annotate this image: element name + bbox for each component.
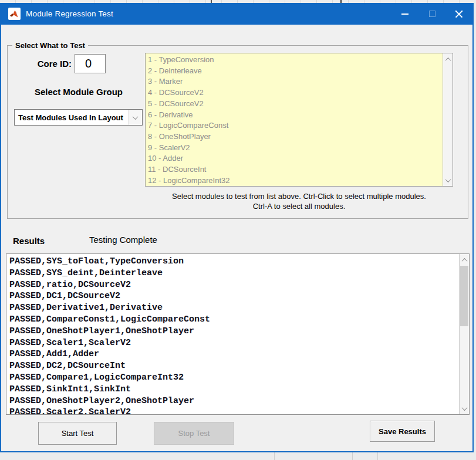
save-results-button[interactable]: Save Results (370, 421, 435, 442)
module-list-item[interactable]: 1 - TypeConversion (148, 55, 441, 66)
desktop-background-bottom (0, 452, 476, 460)
module-listbox[interactable]: 1 - TypeConversion2 - Deinterleave3 - Ma… (145, 53, 453, 187)
result-line[interactable]: PASSED,Derivative1,Derivative (9, 302, 457, 314)
desktop-line (352, 452, 353, 460)
screen: Module Regression Test Select What to Te… (0, 0, 476, 460)
module-group-dropdown[interactable]: Test Modules Used In Layout (14, 109, 143, 126)
results-scrollbar[interactable] (459, 254, 469, 414)
result-line[interactable]: PASSED,DC1,DCSourceV2 (9, 290, 457, 302)
scroll-up-icon[interactable] (443, 54, 453, 65)
desktop-line (377, 452, 378, 460)
module-list-item[interactable]: 6 - Derivative (148, 110, 441, 121)
result-line[interactable]: PASSED,Scaler1,ScalerV2 (9, 337, 457, 349)
module-list-scrollbar[interactable] (443, 53, 453, 186)
window-border-bottom (0, 451, 474, 452)
desktop-background-right (474, 0, 476, 460)
module-select-hint: Select modules to test from list above. … (145, 191, 453, 211)
window-border-right (472, 3, 474, 452)
groupbox-legend: Select What to Test (12, 41, 88, 50)
results-lines: PASSED,SYS_toFloat,TypeConversionPASSED,… (9, 256, 457, 415)
title-bar[interactable]: Module Regression Test (1, 3, 472, 25)
results-label: Results (13, 236, 45, 246)
scroll-down-icon[interactable] (460, 403, 469, 414)
scrollbar-thumb[interactable] (460, 266, 468, 326)
module-list-item[interactable]: 3 - Marker (148, 76, 441, 87)
minimize-icon (401, 13, 409, 15)
scroll-down-icon[interactable] (443, 175, 453, 185)
module-list-item[interactable]: 11 - DCSourceInt (148, 164, 441, 175)
module-list-item[interactable]: 4 - DCSourceV2 (148, 87, 441, 99)
maximize-button[interactable] (418, 3, 445, 25)
result-line[interactable]: PASSED,Scaler2,ScalerV2 (9, 407, 457, 415)
chevron-down-icon (133, 114, 139, 120)
result-line[interactable]: PASSED,OneShotPlayer1,OneShotPlayer (9, 326, 457, 337)
module-list-item[interactable]: 2 - Deinterleave (148, 66, 441, 77)
window-title: Module Regression Test (26, 9, 113, 18)
result-line[interactable]: PASSED,Compare1,LogicCompareInt32 (9, 372, 457, 384)
desktop-line (274, 452, 275, 460)
close-icon (455, 10, 463, 18)
result-line[interactable]: PASSED,SYS_toFloat,TypeConversion (9, 256, 457, 268)
scroll-up-icon[interactable] (460, 255, 469, 265)
results-status-text: Testing Complete (89, 235, 157, 245)
results-listbox[interactable]: PASSED,SYS_toFloat,TypeConversionPASSED,… (6, 253, 470, 415)
result-line[interactable]: PASSED,SYS_deint,Deinterleave (9, 268, 457, 279)
dropdown-arrow-zone[interactable] (128, 110, 142, 125)
core-id-input[interactable] (75, 54, 106, 73)
result-line[interactable]: PASSED,DC2,DCSourceInt (9, 360, 457, 372)
core-id-label: Core ID: (23, 59, 72, 69)
result-line[interactable]: PASSED,Add1,Adder (9, 349, 457, 360)
module-list-item[interactable]: 5 - DCSourceV2 (148, 99, 441, 110)
result-line[interactable]: PASSED,SinkInt1,SinkInt (9, 384, 457, 395)
matlab-logo-icon (8, 8, 21, 20)
result-line[interactable]: PASSED,CompareConst1,LogicCompareConst (9, 314, 457, 326)
module-items: 1 - TypeConversion2 - Deinterleave3 - Ma… (148, 55, 441, 186)
hint-line-1: Select modules to test from list above. … (145, 191, 453, 201)
result-line[interactable]: PASSED,ratio,DCSourceV2 (9, 279, 457, 291)
module-list-item[interactable]: 10 - Adder (148, 153, 441, 164)
start-test-button[interactable]: Start Test (38, 422, 117, 445)
stop-test-button[interactable]: Stop Test (154, 422, 234, 445)
caption-buttons (391, 3, 472, 25)
module-list-item[interactable]: 7 - LogicCompareConst (148, 120, 441, 131)
module-list-item[interactable]: 9 - ScalerV2 (148, 143, 441, 154)
module-list-item[interactable]: 12 - LogicCompareInt32 (148, 175, 441, 187)
maximize-icon (429, 11, 436, 17)
minimize-button[interactable] (391, 3, 418, 25)
result-line[interactable]: PASSED,OneShotPlayer2,OneShotPlayer (9, 395, 457, 407)
module-group-label: Select Module Group (15, 87, 143, 97)
module-group-dropdown-value: Test Modules Used In Layout (15, 113, 128, 122)
hint-line-2: Ctrl-A to select all modules. (145, 201, 453, 211)
module-list-item[interactable]: 8 - OneShotPlayer (148, 131, 441, 143)
close-button[interactable] (445, 3, 472, 25)
